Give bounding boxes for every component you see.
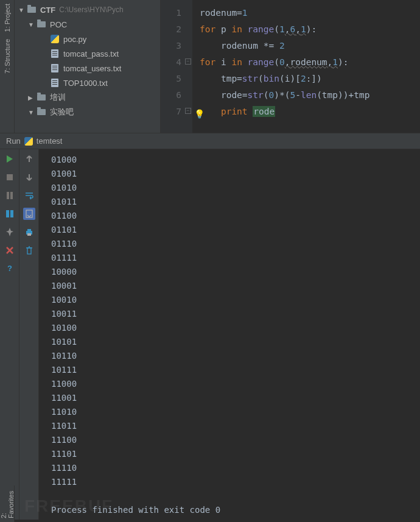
chevron-right-icon: ▶ (28, 94, 35, 101)
svg-rect-3 (10, 192, 13, 199)
line-number: 7−💡 (161, 104, 192, 120)
line-number: 3 (161, 38, 192, 54)
tree-file-tomcat-users[interactable]: tomcat_users.txt (15, 61, 160, 76)
svg-rect-5 (10, 210, 13, 217)
soft-wrap-button[interactable] (23, 189, 35, 202)
fold-marker-icon[interactable]: − (185, 58, 191, 65)
line-number: 1 (161, 5, 192, 21)
up-button[interactable] (23, 153, 35, 165)
fold-marker-icon[interactable]: − (185, 108, 191, 114)
tree-label: poc.py (63, 35, 86, 44)
left-tool-rail: 1: Project 7: Structure (0, 0, 15, 133)
text-file-icon (50, 78, 60, 88)
line-number: 5 (161, 71, 192, 87)
folder-icon (37, 19, 46, 29)
tree-label: TOP1000.txt (63, 79, 108, 88)
pin-button[interactable] (4, 226, 16, 238)
python-icon (24, 137, 33, 146)
tree-folder-peixun[interactable]: ▶ 培训 (15, 90, 160, 105)
svg-text:?: ? (7, 264, 12, 273)
code-editor[interactable]: 1 2 3 4− 5 6 7−💡 rodenum=1for p in range… (161, 0, 420, 133)
tree-root-ctf[interactable]: ▼ CTF C:\Users\HYN\Pych (15, 2, 160, 17)
run-header[interactable]: Run temtest (0, 133, 420, 149)
run-tool-window: Run temtest ? 01000 01001 01010 01011 01… (0, 133, 420, 520)
project-tree[interactable]: ▼ CTF C:\Users\HYN\Pych ▼ POC poc.py tom… (15, 0, 161, 133)
folder-icon (27, 5, 37, 15)
run-toolbar-secondary (19, 149, 39, 520)
pause-button[interactable] (4, 189, 16, 202)
console-output[interactable]: 01000 01001 01010 01011 01100 01101 0111… (39, 149, 420, 520)
svg-rect-9 (27, 229, 31, 231)
tree-label: tomcat_users.txt (63, 64, 121, 73)
svg-rect-11 (27, 248, 31, 254)
text-file-icon (50, 49, 60, 58)
stop-button[interactable] (4, 171, 16, 183)
tree-file-top1000[interactable]: TOP1000.txt (15, 76, 160, 90)
tree-label: POC (50, 20, 67, 29)
tree-label: CTF (40, 5, 55, 15)
run-config-name: temtest (37, 136, 63, 146)
chevron-down-icon: ▼ (28, 21, 35, 28)
left-rail-bottom: 2: Favorites (0, 485, 15, 522)
tree-folder-shiyanba[interactable]: ▼ 实验吧 (15, 105, 160, 119)
svg-rect-2 (7, 192, 9, 199)
structure-tool-tab[interactable]: 7: Structure (4, 35, 11, 77)
folder-icon (37, 93, 46, 102)
tree-path: C:\Users\HYN\Pych (59, 5, 123, 14)
line-number: 2 (161, 21, 192, 38)
run-button[interactable] (4, 153, 16, 165)
down-button[interactable] (23, 171, 35, 183)
print-button[interactable] (23, 226, 35, 238)
tree-label: 培训 (50, 92, 66, 103)
tree-label: 实验吧 (50, 107, 74, 118)
run-title: Run (6, 136, 21, 146)
editor-gutter: 1 2 3 4− 5 6 7−💡 (161, 0, 192, 133)
lightbulb-icon[interactable]: 💡 (194, 106, 205, 122)
tree-label: tomcat_pass.txt (63, 49, 119, 58)
chevron-down-icon: ▼ (28, 109, 35, 116)
project-tool-tab[interactable]: 1: Project (4, 0, 11, 35)
close-button[interactable] (4, 244, 16, 256)
run-toolbar-primary: ? (0, 149, 19, 520)
svg-rect-10 (27, 233, 31, 236)
tree-folder-poc[interactable]: ▼ POC (15, 17, 160, 32)
tree-file-poc-py[interactable]: poc.py (15, 32, 160, 46)
help-button[interactable]: ? (4, 263, 16, 275)
scroll-to-end-button[interactable] (23, 208, 35, 220)
line-number: 6 (161, 87, 192, 104)
python-file-icon (50, 34, 60, 44)
layout-button[interactable] (4, 208, 16, 220)
svg-rect-1 (7, 174, 13, 180)
svg-rect-4 (6, 210, 9, 217)
line-number: 4− (161, 54, 192, 71)
text-file-icon (50, 63, 60, 73)
clear-button[interactable] (23, 244, 35, 256)
chevron-down-icon: ▼ (18, 7, 26, 13)
folder-icon (37, 107, 46, 117)
tree-file-tomcat-pass[interactable]: tomcat_pass.txt (15, 46, 160, 61)
code-area[interactable]: rodenum=1for p in range(1,6,1): rodenum … (192, 0, 369, 133)
favorites-tool-tab[interactable]: 2: Favorites (0, 485, 15, 522)
